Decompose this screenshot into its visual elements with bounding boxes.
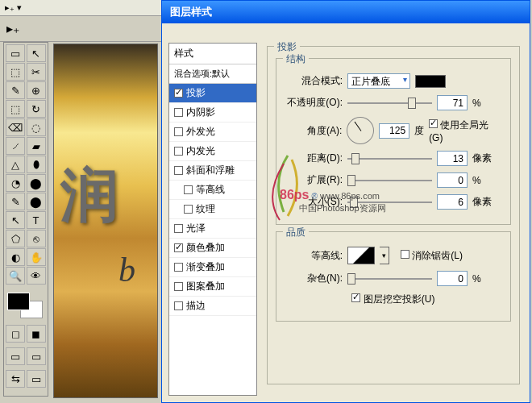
blend-mode-label: 混合模式: <box>285 74 343 88</box>
style-checkbox-8[interactable] <box>174 243 183 252</box>
style-item-3[interactable]: 内发光 <box>169 142 256 161</box>
tool-16[interactable]: ✎ <box>6 193 25 210</box>
style-item-2[interactable]: 外发光 <box>169 123 256 142</box>
spread-slider[interactable] <box>347 173 432 188</box>
tool-21[interactable]: ⎋ <box>27 230 46 247</box>
tool-19[interactable]: T <box>27 211 46 229</box>
size-input[interactable] <box>437 194 468 210</box>
screen-mode-1[interactable]: ▭ <box>6 347 25 365</box>
style-item-0[interactable]: 投影 <box>169 84 256 103</box>
tool-8[interactable]: ⌫ <box>6 118 25 136</box>
style-item-6[interactable]: 纹理 <box>169 200 256 219</box>
style-checkbox-2[interactable] <box>174 127 183 136</box>
spread-input[interactable] <box>437 172 468 188</box>
tool-0[interactable]: ▭ <box>6 44 25 62</box>
style-checkbox-10[interactable] <box>174 282 183 291</box>
blend-mode-select[interactable]: 正片叠底 <box>347 73 410 89</box>
tool-22[interactable]: ◐ <box>6 248 25 266</box>
tool-5[interactable]: ⊕ <box>27 81 46 99</box>
screen-mode-2[interactable]: ▭ <box>27 347 46 365</box>
style-checkbox-1[interactable] <box>174 108 183 117</box>
move-tool-icon: ▸₊ <box>6 21 19 36</box>
knockout-checkbox[interactable]: 图层挖空投影(U) <box>351 293 434 306</box>
style-item-10[interactable]: 图案叠加 <box>169 277 256 297</box>
settings-panel: 投影 结构 混合模式: 正片叠底 不透明度(O): % <box>264 43 523 396</box>
quickmask-off[interactable]: ◻ <box>6 325 25 343</box>
app-menubar: ▸₊ ▾ <box>0 0 161 16</box>
tool-15[interactable]: ⬤ <box>27 174 46 192</box>
tool-3[interactable]: ✂ <box>27 63 46 81</box>
canvas-text-main: 润 <box>60 157 118 235</box>
style-list: 样式 混合选项:默认 投影内阴影外发光内发光斜面和浮雕等高线纹理光泽颜色叠加渐变… <box>168 43 257 396</box>
noise-label: 杂色(N): <box>285 272 343 285</box>
style-checkbox-11[interactable] <box>174 301 183 310</box>
color-swatches[interactable] <box>4 289 48 322</box>
style-label-5: 等高线 <box>196 183 225 197</box>
contour-label: 等高线: <box>285 249 343 263</box>
canvas-text-script: b <box>118 251 135 289</box>
tool-13[interactable]: ⬮ <box>27 156 46 173</box>
style-label-1: 内阴影 <box>186 106 215 119</box>
angle-unit: 度 <box>414 124 424 138</box>
blend-options-default[interactable]: 混合选项:默认 <box>169 64 256 84</box>
tool-10[interactable]: ⟋ <box>6 137 25 155</box>
foreground-color-swatch[interactable] <box>7 293 30 310</box>
style-checkbox-9[interactable] <box>174 263 183 272</box>
noise-slider[interactable] <box>347 272 432 286</box>
style-item-9[interactable]: 渐变叠加 <box>169 258 256 277</box>
style-item-7[interactable]: 光泽 <box>169 219 256 239</box>
tool-24[interactable]: 🔍 <box>6 267 25 285</box>
global-light-checkbox[interactable]: 使用全局光(G) <box>429 118 502 143</box>
contour-dropdown[interactable]: ▾ <box>380 247 389 264</box>
toolbox: ▭↖⬚✂✎⊕⬚↻⌫◌⟋▰△⬮◔⬤✎⬤↖T⬠⎋◐✋🔍👁 ◻ ◼ ▭ ▭ ⇆ ▭ <box>3 42 48 397</box>
noise-input[interactable] <box>437 271 468 286</box>
tool-6[interactable]: ⬚ <box>6 100 25 118</box>
style-item-4[interactable]: 斜面和浮雕 <box>169 161 256 181</box>
style-item-1[interactable]: 内阴影 <box>169 103 256 123</box>
contour-swatch[interactable] <box>347 247 375 264</box>
style-label-11: 描边 <box>186 299 206 313</box>
tool-23[interactable]: ✋ <box>27 248 46 266</box>
shadow-color-swatch[interactable] <box>415 75 446 88</box>
angle-dial[interactable] <box>347 117 374 144</box>
style-item-5[interactable]: 等高线 <box>169 181 256 200</box>
dialog-titlebar: 图层样式 <box>162 1 530 23</box>
angle-input[interactable] <box>379 123 409 139</box>
jump-to[interactable]: ⇆ <box>6 370 25 388</box>
tool-25[interactable]: 👁 <box>27 267 46 285</box>
tool-20[interactable]: ⬠ <box>6 230 25 247</box>
tool-18[interactable]: ↖ <box>6 211 25 229</box>
style-label-0: 投影 <box>186 86 206 100</box>
tool-2[interactable]: ⬚ <box>6 63 25 81</box>
style-checkbox-0[interactable] <box>174 89 183 98</box>
tool-12[interactable]: △ <box>6 156 25 173</box>
tool-4[interactable]: ✎ <box>6 81 25 99</box>
distance-input[interactable] <box>437 151 468 166</box>
document-canvas: 润 b <box>53 44 158 398</box>
style-checkbox-4[interactable] <box>174 166 183 175</box>
quickmask-on[interactable]: ◼ <box>27 325 46 343</box>
style-label-2: 外发光 <box>186 125 215 139</box>
antialias-checkbox[interactable]: 消除锯齿(L) <box>401 249 463 263</box>
tool-11[interactable]: ▰ <box>27 137 46 155</box>
spread-unit: % <box>472 175 481 186</box>
style-item-8[interactable]: 颜色叠加 <box>169 239 256 258</box>
size-slider[interactable] <box>347 195 432 210</box>
style-checkbox-5[interactable] <box>184 185 193 194</box>
tool-14[interactable]: ◔ <box>6 174 25 192</box>
opacity-input[interactable] <box>437 95 468 110</box>
tool-9[interactable]: ◌ <box>27 118 46 136</box>
style-checkbox-6[interactable] <box>184 205 193 214</box>
opacity-label: 不透明度(O): <box>285 96 343 110</box>
styles-header[interactable]: 样式 <box>169 44 256 64</box>
tool-7[interactable]: ↻ <box>27 100 46 118</box>
style-item-11[interactable]: 描边 <box>169 297 256 316</box>
style-checkbox-3[interactable] <box>174 147 183 156</box>
screen-mode-3[interactable]: ▭ <box>27 370 46 388</box>
style-checkbox-7[interactable] <box>174 224 183 233</box>
spread-label: 扩展(R): <box>285 173 343 187</box>
tool-17[interactable]: ⬤ <box>27 193 46 210</box>
opacity-slider[interactable] <box>347 96 432 110</box>
distance-slider[interactable] <box>347 152 432 166</box>
tool-1[interactable]: ↖ <box>27 44 46 62</box>
